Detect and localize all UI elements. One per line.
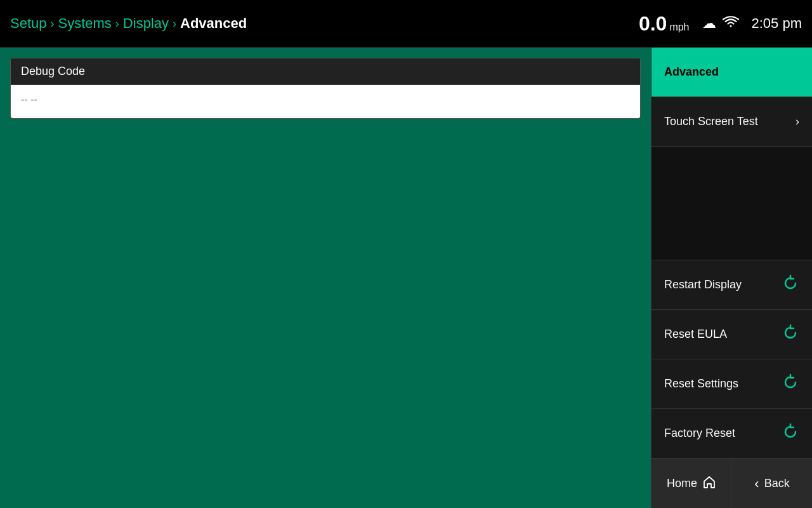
breadcrumb-systems[interactable]: Systems — [58, 15, 112, 32]
sidebar-label-reset-settings: Reset Settings — [664, 377, 738, 391]
speed-unit: mph — [669, 22, 689, 33]
chevron-right-icon: › — [796, 115, 799, 128]
breadcrumb-sep-3: › — [173, 17, 176, 30]
restart-icon-reset-eula — [782, 324, 799, 345]
wifi-icon — [723, 15, 739, 32]
back-chevron-icon: ‹ — [754, 476, 759, 492]
speed-value: 0.0 — [639, 12, 667, 36]
back-button[interactable]: ‹ Back — [732, 459, 812, 508]
breadcrumb-display[interactable]: Display — [123, 15, 169, 32]
sidebar-label-reset-eula: Reset EULA — [664, 328, 727, 341]
time-display: 2:05 pm — [752, 15, 802, 32]
sidebar-label-factory-reset: Factory Reset — [664, 427, 735, 440]
debug-panel: Debug Code -- -- — [10, 58, 641, 119]
breadcrumb-current: Advanced — [180, 15, 247, 32]
sidebar: Advanced Touch Screen Test › Restart Dis… — [651, 48, 812, 508]
bottom-nav: Home ‹ Back — [652, 458, 812, 508]
debug-panel-title: Debug Code — [11, 58, 640, 85]
sidebar-label-touch-screen-test: Touch Screen Test — [664, 115, 758, 128]
breadcrumb-setup[interactable]: Setup — [10, 15, 47, 32]
sidebar-item-factory-reset[interactable]: Factory Reset — [652, 409, 812, 458]
main-layout: Debug Code -- -- Advanced Touch Screen T… — [0, 48, 812, 508]
content-area: Debug Code -- -- — [0, 48, 651, 508]
breadcrumb: Setup › Systems › Display › Advanced — [10, 15, 247, 32]
home-button[interactable]: Home — [652, 459, 732, 508]
restart-icon-restart-display — [782, 274, 799, 296]
speed-display: 0.0 mph — [639, 12, 690, 36]
sidebar-item-reset-settings[interactable]: Reset Settings — [652, 359, 812, 409]
breadcrumb-sep-2: › — [115, 17, 119, 30]
sidebar-spacer — [652, 147, 812, 260]
sidebar-label-advanced: Advanced — [664, 65, 719, 79]
breadcrumb-sep-1: › — [51, 17, 55, 30]
home-icon — [702, 475, 716, 492]
sidebar-item-advanced[interactable]: Advanced — [652, 48, 812, 97]
back-label: Back — [764, 477, 790, 490]
debug-panel-value: -- -- — [11, 85, 640, 118]
home-label: Home — [667, 477, 697, 490]
sidebar-item-restart-display[interactable]: Restart Display — [652, 260, 812, 310]
sidebar-item-reset-eula[interactable]: Reset EULA — [652, 310, 812, 359]
restart-icon-reset-settings — [782, 373, 799, 395]
sidebar-item-touch-screen-test[interactable]: Touch Screen Test › — [652, 97, 812, 147]
cloud-icon: ☁ — [702, 15, 716, 32]
status-icons: ☁ — [702, 15, 739, 32]
top-bar: Setup › Systems › Display › Advanced 0.0… — [0, 0, 812, 48]
sidebar-label-restart-display: Restart Display — [664, 278, 742, 291]
topbar-right: 0.0 mph ☁ 2:05 pm — [639, 12, 802, 36]
restart-icon-factory-reset — [782, 423, 799, 444]
